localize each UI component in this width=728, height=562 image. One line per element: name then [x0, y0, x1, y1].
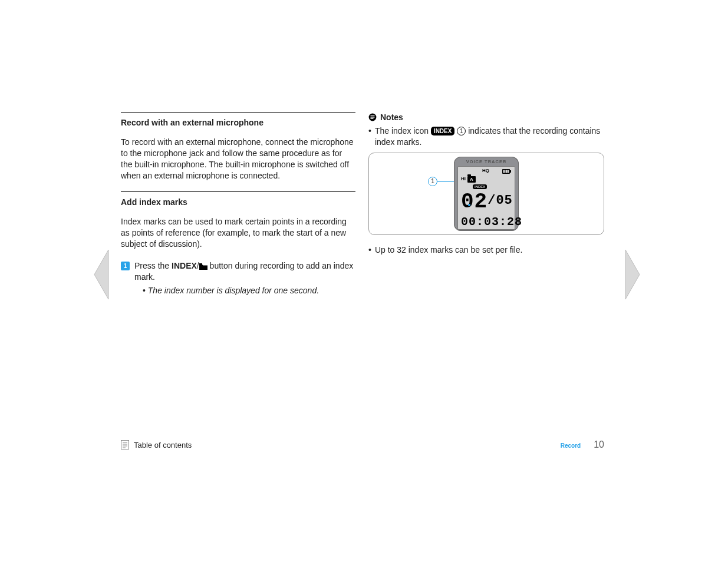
step-text-bold: INDEX [172, 261, 197, 270]
screen-index-tag: INDEX [473, 184, 487, 189]
section-add-index-marks: Add index marks Index marks can be used … [121, 191, 355, 296]
screen-quality-label: HQ [482, 168, 489, 174]
footer-page-number: 10 [594, 439, 604, 450]
footer-section-name[interactable]: Record [561, 442, 581, 449]
section-record-external-mic: Record with an external microphone To re… [121, 112, 355, 181]
svg-rect-8 [508, 170, 509, 173]
svg-rect-6 [503, 170, 505, 173]
screen-file-current: 02 [461, 190, 487, 214]
toc-link[interactable]: Table of contents [121, 440, 192, 449]
content-area: Record with an external microphone To re… [121, 112, 604, 296]
screen-file-total: /05 [487, 193, 513, 208]
callout-number-1: 1 [428, 177, 437, 186]
note-2-text: Up to 32 index marks can be set per file… [375, 244, 523, 256]
svg-rect-3 [371, 118, 374, 119]
toc-label: Table of contents [134, 441, 192, 449]
screen-time: 00:03:28 [461, 214, 512, 230]
bullet-dot: • [368, 244, 371, 256]
step-1-body: Press the INDEX/ button during recording… [134, 260, 355, 296]
battery-icon [502, 169, 512, 174]
note-1: • The index icon INDEX 1 indicates that … [368, 125, 604, 148]
paragraph-add-index-marks: Index marks can be used to mark certain … [121, 216, 355, 250]
footer-right: Record 10 [561, 439, 604, 450]
screen-sensitivity-label: HI [461, 176, 466, 183]
paragraph-record-external-mic: To record with an external microphone, c… [121, 137, 355, 181]
step-badge-1: 1 [121, 262, 130, 270]
notes-icon [368, 113, 377, 121]
toc-icon [121, 440, 129, 449]
notes-heading: Notes [368, 112, 604, 123]
voice-tracer-device: VOICE TRACER HQ HI A [454, 157, 519, 231]
left-column: Record with an external microphone To re… [121, 112, 355, 296]
folder-icon [199, 261, 207, 270]
svg-rect-5 [510, 170, 511, 173]
svg-rect-1 [371, 115, 375, 116]
step-1: 1 Press the INDEX/ button during recordi… [121, 260, 355, 296]
callout-ref-1-icon: 1 [457, 127, 466, 135]
svg-rect-2 [371, 117, 375, 118]
screen-folder-letter: A [467, 176, 476, 183]
note-2: • Up to 32 index marks can be set per fi… [368, 244, 604, 256]
manual-page: Record with an external microphone To re… [0, 0, 728, 562]
bullet-dot: • [143, 286, 146, 295]
note-1-body: The index icon INDEX 1 indicates that th… [375, 125, 604, 148]
prev-page-button[interactable] [91, 247, 111, 302]
device-illustration: 1 VOICE TRACER HQ HI A [368, 153, 604, 235]
next-page-button[interactable] [623, 247, 643, 302]
device-screen: HQ HI A INDEX [457, 166, 515, 230]
right-column: Notes • The index icon INDEX 1 indicates… [368, 112, 604, 296]
page-footer: Table of contents Record 10 [121, 439, 604, 450]
heading-record-external-mic: Record with an external microphone [121, 117, 355, 128]
notes-label: Notes [380, 112, 403, 123]
step-1-sub-text: The index number is displayed for one se… [148, 286, 319, 295]
heading-add-index-marks: Add index marks [121, 197, 355, 208]
note-1-t1: The index icon [375, 126, 431, 135]
screen-folder-icon: A [467, 176, 476, 183]
step-text-prefix: Press the [134, 261, 172, 270]
screen-file-counter: 02/05 00:03:28 [461, 191, 512, 230]
bullet-dot: • [368, 125, 371, 148]
device-brand: VOICE TRACER [457, 159, 515, 165]
index-pill-icon: INDEX [431, 127, 455, 136]
step-1-sub: • The index number is displayed for one … [143, 285, 355, 296]
svg-rect-7 [506, 170, 508, 173]
